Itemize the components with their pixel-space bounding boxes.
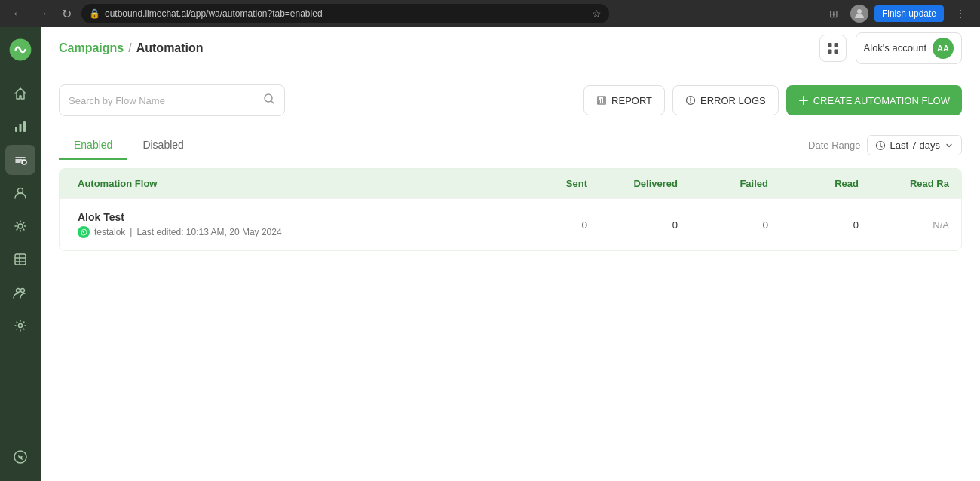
- back-button[interactable]: ←: [9, 5, 27, 23]
- search-input[interactable]: [69, 95, 257, 106]
- finish-update-button[interactable]: Finish update: [874, 5, 944, 22]
- create-btn-label: CREATE AUTOMATION FLOW: [813, 95, 950, 106]
- cell-failed: 0: [690, 199, 780, 250]
- date-range-label: Date Range: [808, 139, 860, 151]
- svg-line-21: [271, 101, 274, 103]
- svg-rect-4: [23, 121, 26, 132]
- col-automation-flow: Automation Flow: [60, 169, 509, 198]
- sidebar-item-reports[interactable]: [5, 112, 35, 142]
- svg-rect-2: [15, 127, 17, 132]
- report-button[interactable]: REPORT: [583, 85, 665, 115]
- search-box[interactable]: [59, 84, 285, 116]
- action-bar: REPORT ERROR LOGS CREATE AUTOMATION FLOW: [59, 84, 962, 116]
- flow-last-edited: Last edited: 10:13 AM, 20 May 2024: [136, 227, 281, 237]
- tab-disabled[interactable]: Disabled: [127, 131, 198, 160]
- svg-rect-8: [15, 254, 26, 265]
- svg-rect-18: [828, 49, 832, 54]
- date-range-selector[interactable]: Last 7 days: [867, 135, 963, 155]
- flow-separator: |: [130, 227, 132, 237]
- tabs-bar: Enabled Disabled Date Range Last 7 days: [59, 131, 962, 159]
- svg-point-13: [21, 289, 25, 293]
- cell-read-rate: N/A: [871, 199, 961, 250]
- tab-enabled[interactable]: Enabled: [59, 131, 127, 160]
- flow-name: Alok Test: [78, 211, 124, 223]
- sidebar-item-table[interactable]: [5, 244, 35, 274]
- sidebar-item-team[interactable]: [5, 277, 35, 308]
- cell-read: 0: [780, 199, 871, 250]
- top-bar-right: Alok's account AA: [819, 32, 962, 64]
- sidebar-item-home[interactable]: [5, 78, 35, 109]
- error-logs-label: ERROR LOGS: [700, 95, 766, 106]
- breadcrumb-campaigns[interactable]: Campaigns: [59, 41, 124, 55]
- browser-profile-avatar[interactable]: [850, 5, 868, 23]
- sidebar-item-gear[interactable]: [5, 311, 35, 341]
- sidebar-item-contacts[interactable]: [5, 178, 35, 208]
- tabs: Enabled Disabled: [59, 131, 199, 159]
- content-area: REPORT ERROR LOGS CREATE AUTOMATION FLOW…: [41, 69, 980, 481]
- flow-account: testalok: [94, 227, 125, 237]
- automation-flow-table: Automation Flow Sent Delivered Failed Re…: [59, 168, 962, 251]
- svg-rect-16: [828, 43, 832, 47]
- create-automation-flow-button[interactable]: CREATE AUTOMATION FLOW: [786, 85, 962, 115]
- col-failed: Failed: [690, 169, 780, 198]
- refresh-button[interactable]: ↻: [57, 5, 75, 23]
- account-avatar: AA: [933, 38, 954, 59]
- col-delivered: Delivered: [599, 169, 690, 198]
- breadcrumb: Campaigns / Automation: [59, 41, 204, 55]
- cell-flow-info: Alok Test testalok | Last edited: 10:13 …: [60, 199, 509, 250]
- flow-meta: testalok | Last edited: 10:13 AM, 20 May…: [78, 226, 282, 238]
- action-bar-right: REPORT ERROR LOGS CREATE AUTOMATION FLOW: [583, 85, 962, 115]
- main-content: Campaigns / Automation Alok's account AA: [41, 27, 980, 481]
- sidebar-item-campaigns[interactable]: [5, 145, 35, 175]
- bookmark-icon[interactable]: ☆: [592, 8, 602, 20]
- grid-apps-button[interactable]: [819, 35, 847, 62]
- whatsapp-small-icon: [78, 226, 90, 238]
- sidebar: [0, 27, 41, 481]
- svg-rect-17: [834, 43, 838, 47]
- browser-right-controls: ⊞ Finish update ⋮: [823, 3, 971, 24]
- account-button[interactable]: Alok's account AA: [856, 32, 962, 64]
- app-logo: [7, 36, 34, 63]
- error-logs-button[interactable]: ERROR LOGS: [672, 85, 779, 115]
- browser-chrome: ← → ↻ 🔒 outbound.limechat.ai/app/wa/auto…: [0, 0, 980, 27]
- svg-rect-19: [834, 49, 838, 54]
- address-bar[interactable]: 🔒 outbound.limechat.ai/app/wa/automation…: [81, 4, 609, 23]
- col-read: Read: [780, 169, 871, 198]
- table-header: Automation Flow Sent Delivered Failed Re…: [60, 169, 961, 198]
- svg-rect-3: [20, 124, 22, 132]
- forward-button[interactable]: →: [33, 5, 51, 23]
- menu-icon[interactable]: ⋮: [950, 3, 971, 24]
- svg-point-0: [857, 9, 862, 14]
- cell-delivered: 0: [599, 199, 690, 250]
- search-icon: [263, 93, 275, 108]
- svg-point-7: [18, 224, 23, 228]
- svg-point-5: [22, 160, 26, 164]
- report-label: REPORT: [611, 95, 652, 106]
- sidebar-item-settings-alt[interactable]: [5, 211, 35, 241]
- secure-icon: 🔒: [89, 8, 100, 19]
- cast-icon[interactable]: ⊞: [823, 3, 844, 24]
- date-range-control: Date Range Last 7 days: [808, 135, 962, 155]
- app-container: Campaigns / Automation Alok's account AA: [0, 27, 980, 481]
- svg-point-14: [19, 324, 23, 328]
- col-read-rate: Read Ra: [871, 169, 961, 198]
- table-row[interactable]: Alok Test testalok | Last edited: 10:13 …: [60, 198, 961, 250]
- account-name: Alok's account: [864, 42, 926, 54]
- col-sent: Sent: [509, 169, 599, 198]
- account-initials: AA: [937, 44, 949, 53]
- url-text: outbound.limechat.ai/app/wa/automation?t…: [105, 8, 587, 19]
- cell-sent: 0: [509, 199, 599, 250]
- sidebar-bottom: [5, 442, 35, 472]
- date-range-value: Last 7 days: [890, 139, 941, 151]
- breadcrumb-current-page: Automation: [136, 41, 204, 55]
- svg-point-12: [17, 289, 20, 293]
- sidebar-item-whatsapp[interactable]: [5, 442, 35, 472]
- read-rate-value: N/A: [933, 219, 949, 231]
- top-bar: Campaigns / Automation Alok's account AA: [41, 27, 980, 69]
- breadcrumb-separator: /: [128, 41, 131, 55]
